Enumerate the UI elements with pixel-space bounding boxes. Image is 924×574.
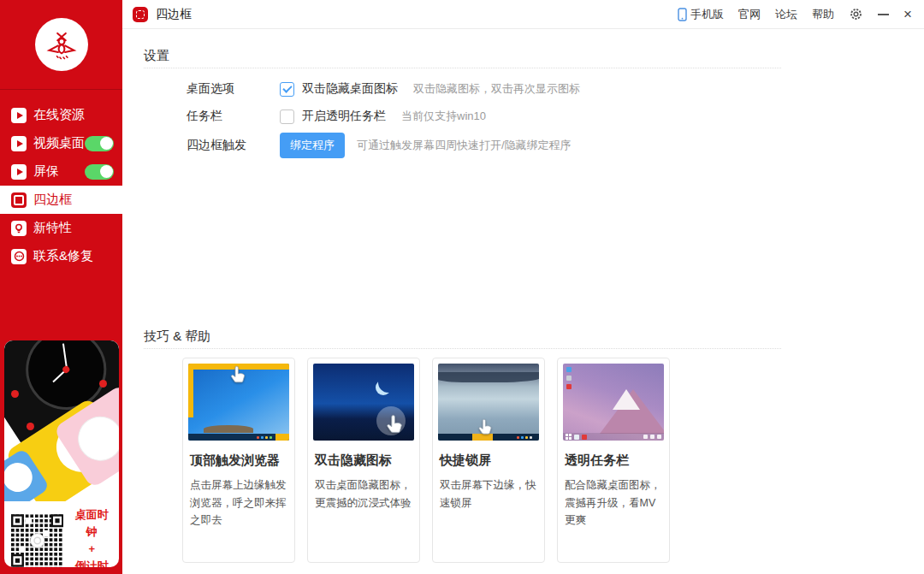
- app-icon: [133, 7, 148, 22]
- tip-description: 双击屏幕下边缘，快速锁屏: [440, 476, 537, 512]
- play-icon: [11, 136, 27, 151]
- tip-description: 点击屏幕上边缘触发浏览器，呼之即来挥之即去: [190, 476, 287, 530]
- tip-card-double-click-hide[interactable]: 双击隐藏图标 双击桌面隐藏图标，更震撼的沉浸式体验: [307, 358, 420, 563]
- sidebar-nav: 在线资源 视频桌面 屏保 四边框 新特性: [0, 101, 122, 270]
- sidebar-item-label: 视频桌面: [33, 135, 85, 151]
- frame-icon: [11, 192, 27, 208]
- sidebar-item-new-features[interactable]: 新特性: [0, 214, 122, 242]
- app-logo: [35, 18, 88, 71]
- divider: [144, 68, 781, 68]
- mobile-version-link[interactable]: 手机版: [678, 7, 724, 22]
- row-label: 四边框触发: [187, 138, 280, 153]
- firefly-logo-icon: [43, 26, 80, 63]
- sidebar-item-label: 在线资源: [33, 107, 85, 123]
- setting-row-desktop-options: 桌面选项 双击隐藏桌面图标 双击隐藏图标，双击再次显示图标: [187, 79, 580, 99]
- setting-row-edge-trigger: 四边框触发 绑定程序 可通过触发屏幕四周快速打开/隐藏绑定程序: [187, 135, 572, 156]
- sidebar-item-label: 联系&修复: [33, 248, 93, 264]
- play-icon: [11, 164, 27, 180]
- tips-heading: 技巧 & 帮助: [144, 328, 210, 345]
- promo-qr-section: 桌面时钟 + 倒计时: [4, 501, 119, 567]
- sidebar-item-video-desktop[interactable]: 视频桌面: [0, 129, 122, 157]
- hand-cursor-icon: [476, 417, 495, 438]
- row-label: 任务栏: [187, 109, 280, 124]
- setting-row-taskbar: 任务栏 开启透明任务栏 当前仅支持win10: [187, 106, 486, 127]
- row-hint: 当前仅支持win10: [401, 109, 486, 124]
- dot-decor: [27, 423, 34, 430]
- tips-cards: 顶部触发浏览器 点击屏幕上边缘触发浏览器，呼之即来挥之即去 双击隐藏图标 双击桌…: [182, 358, 670, 563]
- sidebar-item-contact-repair[interactable]: 联系&修复: [0, 242, 122, 270]
- page-title: 四边框: [156, 7, 192, 22]
- toggle-screensaver[interactable]: [85, 164, 114, 180]
- taskbar-decor: [563, 433, 664, 441]
- toggle-video-desktop[interactable]: [85, 136, 114, 151]
- titlebar-actions: 手机版 官网 论坛 帮助 ×: [678, 7, 912, 22]
- sidebar-item-label: 屏保: [33, 163, 59, 180]
- bind-program-button[interactable]: 绑定程序: [280, 133, 345, 158]
- checkbox-label[interactable]: 开启透明任务栏: [302, 109, 386, 124]
- help-link[interactable]: 帮助: [812, 7, 834, 22]
- row-hint: 双击隐藏图标，双击再次显示图标: [413, 81, 580, 97]
- tip-title: 快捷锁屏: [440, 453, 537, 469]
- tip-thumbnail: [438, 364, 539, 441]
- sidebar: 在线资源 视频桌面 屏保 四边框 新特性: [0, 0, 122, 574]
- forum-link[interactable]: 论坛: [775, 7, 797, 22]
- minimize-button[interactable]: [878, 14, 889, 15]
- tip-title: 顶部触发浏览器: [190, 453, 287, 469]
- chat-icon: [11, 249, 27, 264]
- phone-icon: [678, 8, 687, 21]
- gear-icon[interactable]: [849, 7, 863, 21]
- main-panel: 四边框 手机版 官网 论坛 帮助 ×: [122, 0, 924, 574]
- sidebar-item-label: 新特性: [33, 220, 72, 236]
- settings-heading: 设置: [144, 48, 169, 64]
- bulb-icon: [11, 221, 27, 236]
- play-icon: [11, 108, 27, 123]
- promo-plus: +: [69, 541, 114, 558]
- tip-thumbnail: [563, 364, 664, 441]
- promo-caption: 桌面时钟 + 倒计时: [69, 506, 114, 567]
- dot-decor: [99, 380, 107, 388]
- hand-cursor-icon: [228, 364, 248, 387]
- tip-title: 透明任务栏: [565, 453, 662, 469]
- row-hint: 可通过触发屏幕四周快速打开/隐藏绑定程序: [357, 138, 572, 153]
- checkbox-label[interactable]: 双击隐藏桌面图标: [302, 81, 398, 97]
- sidebar-item-label: 四边框: [33, 192, 72, 208]
- tip-thumbnail: [188, 364, 289, 441]
- mobile-version-label: 手机版: [690, 7, 724, 22]
- logo-area: [0, 0, 122, 90]
- sidebar-item-edge-frame[interactable]: 四边框: [0, 186, 122, 214]
- checkbox-hide-desktop-icons[interactable]: [280, 82, 294, 97]
- app-window: 在线资源 视频桌面 屏保 四边框 新特性: [0, 0, 924, 574]
- tip-description: 配合隐藏桌面图标，震撼再升级，看MV更爽: [565, 476, 662, 530]
- tip-description: 双击桌面隐藏图标，更震撼的沉浸式体验: [315, 476, 412, 512]
- official-site-link[interactable]: 官网: [738, 7, 761, 22]
- tip-card-transparent-taskbar[interactable]: 透明任务栏 配合隐藏桌面图标，震撼再升级，看MV更爽: [557, 358, 670, 563]
- titlebar: 四边框 手机版 官网 论坛 帮助 ×: [122, 0, 924, 29]
- sidebar-item-screensaver[interactable]: 屏保: [0, 157, 122, 186]
- promo-line1: 桌面时钟: [69, 506, 114, 541]
- tip-card-top-browser[interactable]: 顶部触发浏览器 点击屏幕上边缘触发浏览器，呼之即来挥之即去: [182, 358, 295, 563]
- qr-code: [11, 514, 63, 567]
- close-button[interactable]: ×: [903, 7, 912, 21]
- promo-banner[interactable]: 桌面时钟 + 倒计时: [4, 340, 119, 567]
- promo-clocks-image: [4, 340, 119, 501]
- hand-cursor-icon: [383, 413, 406, 437]
- dot-decor: [11, 390, 19, 398]
- tip-card-quick-lock[interactable]: 快捷锁屏 双击屏幕下边缘，快速锁屏: [432, 358, 545, 563]
- divider: [144, 348, 781, 349]
- promo-line2: 倒计时: [69, 558, 114, 567]
- windows-logo-icon: [566, 434, 572, 440]
- checkbox-transparent-taskbar[interactable]: [280, 109, 294, 124]
- sidebar-item-online-resources[interactable]: 在线资源: [0, 101, 122, 129]
- tip-title: 双击隐藏图标: [315, 453, 412, 469]
- row-label: 桌面选项: [187, 81, 280, 97]
- tip-thumbnail: [313, 364, 414, 441]
